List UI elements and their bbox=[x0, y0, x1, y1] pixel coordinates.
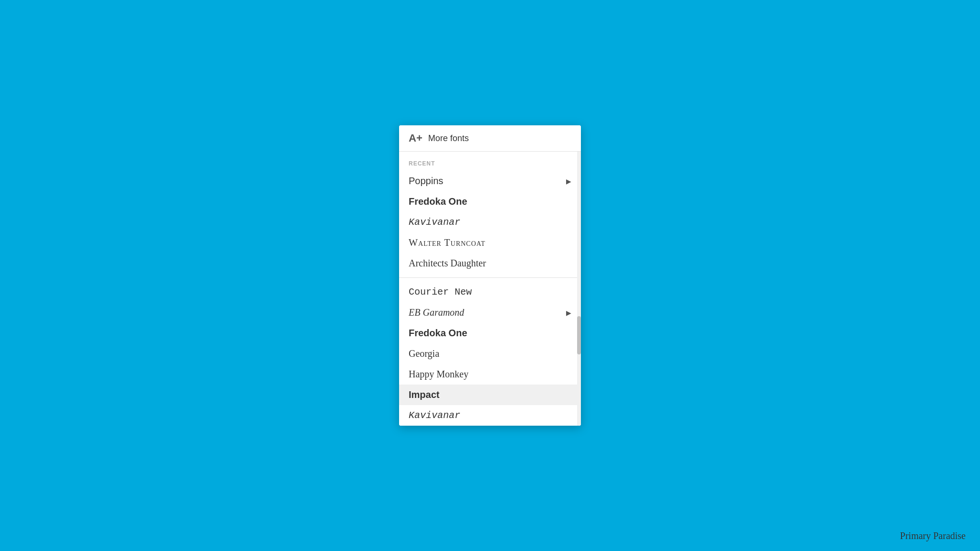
font-name-georgia: Georgia bbox=[409, 348, 439, 359]
section-divider bbox=[399, 277, 581, 278]
arrow-icon-eb-garamond: ▶ bbox=[566, 309, 571, 317]
watermark: Primary Paradise bbox=[900, 530, 966, 541]
font-item-fredoka-one-2[interactable]: Fredoka One bbox=[399, 323, 581, 343]
font-item-kavivanar-2[interactable]: Kavivanar bbox=[399, 405, 581, 426]
font-name-poppins: Poppins bbox=[409, 176, 443, 187]
font-item-fredoka-one[interactable]: Fredoka One bbox=[399, 191, 581, 212]
panel-header: A+ More fonts bbox=[399, 125, 581, 152]
font-name-eb-garamond: EB Garamond bbox=[409, 307, 464, 318]
font-item-architects-daughter[interactable]: Architects Daughter bbox=[399, 253, 581, 274]
font-dropdown-panel: A+ More fonts RECENT Poppins ▶ Fredoka O… bbox=[399, 125, 581, 426]
font-item-kavivanar[interactable]: Kavivanar bbox=[399, 212, 581, 232]
font-item-courier-new[interactable]: Courier New bbox=[399, 282, 581, 302]
font-name-happy-monkey: Happy Monkey bbox=[409, 369, 468, 380]
font-item-impact[interactable]: Impact bbox=[399, 385, 581, 405]
font-name-courier-new: Courier New bbox=[409, 287, 472, 298]
scrollbar-track bbox=[577, 152, 581, 426]
font-item-georgia[interactable]: Georgia bbox=[399, 343, 581, 364]
add-font-icon: A+ bbox=[409, 132, 423, 144]
font-name-kavivanar: Kavivanar bbox=[409, 217, 460, 228]
font-name-fredoka-one: Fredoka One bbox=[409, 196, 467, 207]
font-item-eb-garamond[interactable]: EB Garamond ▶ bbox=[399, 302, 581, 323]
font-name-kavivanar-2: Kavivanar bbox=[409, 410, 460, 421]
font-name-fredoka-one-2: Fredoka One bbox=[409, 328, 467, 339]
font-name-walter-turncoat: Walter Turncoat bbox=[409, 237, 486, 248]
recent-section-label: RECENT bbox=[399, 152, 581, 171]
font-item-poppins[interactable]: Poppins ▶ bbox=[399, 171, 581, 191]
font-item-happy-monkey[interactable]: Happy Monkey bbox=[399, 364, 581, 385]
font-item-walter-turncoat[interactable]: Walter Turncoat bbox=[399, 232, 581, 253]
panel-title: More fonts bbox=[428, 133, 469, 143]
arrow-icon-poppins: ▶ bbox=[566, 177, 571, 185]
font-name-architects-daughter: Architects Daughter bbox=[409, 258, 486, 269]
font-name-impact: Impact bbox=[409, 389, 439, 400]
font-list: RECENT Poppins ▶ Fredoka One Kavivanar W… bbox=[399, 152, 581, 426]
scrollbar-thumb[interactable] bbox=[577, 316, 581, 354]
